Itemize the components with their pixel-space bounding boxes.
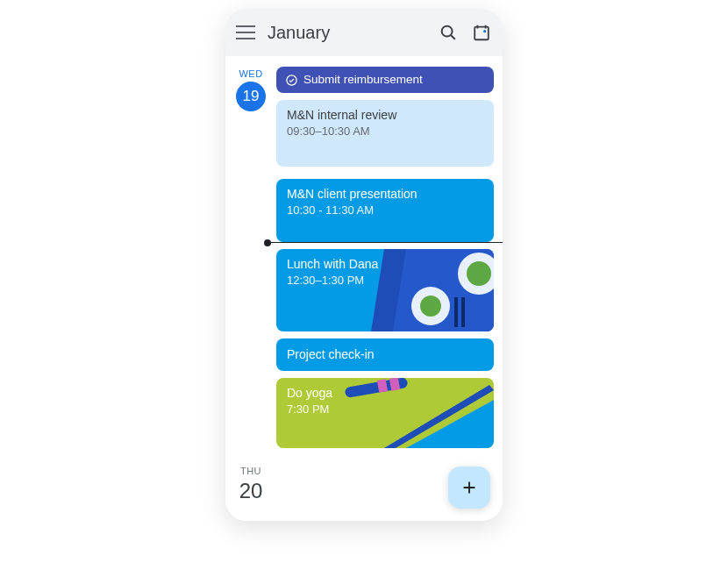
day-name-label: WED	[239, 68, 262, 79]
event-time: 12:30–1:30 PM	[287, 274, 483, 287]
event-project-checkin[interactable]: Project check-in	[276, 338, 494, 371]
app-bar: January	[225, 9, 503, 56]
event-time: 10:30 - 11:30 AM	[287, 203, 483, 217]
now-time-indicator	[267, 242, 503, 243]
svg-point-0	[442, 26, 453, 37]
event-title: Do yoga	[287, 385, 483, 402]
today-calendar-icon[interactable]	[471, 22, 492, 43]
day-number: 20	[239, 479, 263, 503]
event-time: 09:30–10:30 AM	[287, 125, 483, 138]
event-title: M&N client presentation	[287, 186, 483, 203]
calendar-app-frame: January WED 19	[225, 9, 503, 521]
plus-icon	[460, 478, 479, 497]
svg-point-5	[483, 30, 486, 32]
search-icon[interactable]	[438, 22, 459, 43]
svg-rect-2	[475, 27, 489, 40]
day-header[interactable]: WED 19	[225, 67, 276, 455]
event-title: M&N internal review	[287, 107, 483, 124]
day-section-today: WED 19 Submit reimbursement M&N internal…	[225, 56, 503, 455]
svg-point-9	[411, 287, 450, 325]
event-title: Project check-in	[287, 346, 483, 363]
svg-rect-13	[454, 297, 458, 327]
day-name-label: THU	[240, 466, 261, 476]
day-header-next[interactable]: THU 20	[225, 464, 276, 503]
events-column: Submit reimbursement M&N internal review…	[276, 67, 503, 455]
event-title: Submit reimbursement	[303, 72, 423, 88]
month-title[interactable]: January	[268, 23, 425, 43]
event-time: 7:30 PM	[287, 402, 483, 416]
task-submit-reimbursement[interactable]: Submit reimbursement	[276, 67, 494, 93]
agenda-content: WED 19 Submit reimbursement M&N internal…	[225, 56, 503, 521]
svg-line-1	[451, 35, 455, 39]
event-title: Lunch with Dana	[287, 256, 483, 273]
event-internal-review[interactable]: M&N internal review 09:30–10:30 AM	[276, 100, 494, 167]
create-event-fab[interactable]	[448, 467, 490, 509]
event-do-yoga[interactable]: Do yoga 7:30 PM	[276, 378, 494, 448]
day-number-today: 19	[236, 82, 266, 111]
event-client-presentation[interactable]: M&N client presentation 10:30 - 11:30 AM	[276, 179, 494, 242]
task-check-icon	[285, 74, 298, 87]
hamburger-menu-icon[interactable]	[236, 23, 255, 42]
svg-rect-14	[461, 297, 465, 327]
svg-point-6	[287, 75, 296, 84]
svg-point-10	[420, 296, 441, 317]
event-lunch-with-dana[interactable]: Lunch with Dana 12:30–1:30 PM	[276, 249, 494, 331]
